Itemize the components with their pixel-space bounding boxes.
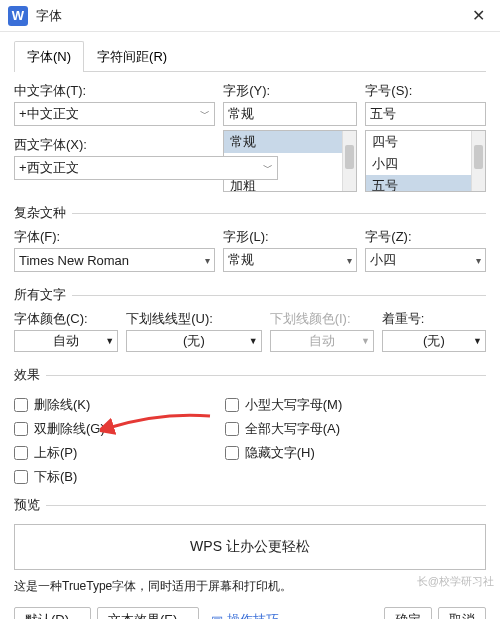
- ul-color-dropdown: 自动▼: [270, 330, 374, 352]
- size-value: 五号: [370, 105, 396, 123]
- emphasis-label: 着重号:: [382, 310, 486, 328]
- watermark: 长@校学研习社: [417, 574, 494, 589]
- color-dropdown[interactable]: 自动▼: [14, 330, 118, 352]
- tips-link[interactable]: ▣操作技巧: [205, 607, 285, 619]
- effects-group: 效果 删除线(K) 双删除线(G) 上标(P) 下标(B) 小型大写字母(M) …: [14, 366, 486, 486]
- en-font-value: +西文正文: [19, 159, 79, 177]
- hidden-checkbox[interactable]: 隐藏文字(H): [225, 444, 343, 462]
- ok-button[interactable]: 确定: [384, 607, 432, 619]
- list-item[interactable]: 五号: [366, 175, 471, 192]
- all-text-group: 所有文字 字体颜色(C): 自动▼ 下划线线型(U): (无)▼ 下划线颜色(I…: [14, 286, 486, 356]
- cn-font-label: 中文字体(T):: [14, 82, 215, 100]
- list-item[interactable]: 四号: [366, 131, 471, 153]
- button-bar: 默认(D)... 文本效果(E)... ▣操作技巧 确定 取消: [14, 607, 486, 619]
- effects-legend: 效果: [14, 366, 46, 384]
- tab-font[interactable]: 字体(N): [14, 41, 84, 72]
- chevron-down-icon: ﹀: [200, 107, 210, 121]
- font-description: 这是一种TrueType字体，同时适用于屏幕和打印机。: [14, 578, 486, 595]
- complex-font-value: Times New Roman: [19, 253, 129, 268]
- complex-size-select[interactable]: 小四 ▾: [365, 248, 486, 272]
- complex-group: 复杂文种 字体(F): Times New Roman ▾ 字形(L): 常规 …: [14, 204, 486, 276]
- emphasis-dropdown[interactable]: (无)▼: [382, 330, 486, 352]
- preview-box: WPS 让办公更轻松: [14, 524, 486, 570]
- close-button[interactable]: ✕: [464, 2, 492, 30]
- preview-group: 预览 WPS 让办公更轻松 这是一种TrueType字体，同时适用于屏幕和打印机…: [14, 496, 486, 595]
- title-bar: W 字体 ✕: [0, 0, 500, 32]
- chevron-down-icon: ▾: [347, 255, 352, 266]
- size-label: 字号(S):: [365, 82, 486, 100]
- underline-dropdown[interactable]: (无)▼: [126, 330, 261, 352]
- complex-size-value: 小四: [370, 251, 396, 269]
- complex-style-select[interactable]: 常规 ▾: [223, 248, 357, 272]
- size-listbox[interactable]: 四号 小四 五号: [365, 130, 486, 192]
- tab-spacing[interactable]: 字符间距(R): [84, 41, 180, 72]
- chevron-down-icon: ▾: [205, 255, 210, 266]
- superscript-checkbox[interactable]: 上标(P): [14, 444, 105, 462]
- text-effects-button[interactable]: 文本效果(E)...: [97, 607, 199, 619]
- chevron-down-icon: ▼: [249, 336, 258, 346]
- list-item[interactable]: 小四: [366, 153, 471, 175]
- dbl-strike-checkbox[interactable]: 双删除线(G): [14, 420, 105, 438]
- book-icon: ▣: [211, 613, 223, 620]
- underline-label: 下划线线型(U):: [126, 310, 261, 328]
- chevron-down-icon: ▼: [473, 336, 482, 346]
- scrollbar[interactable]: [342, 131, 356, 191]
- dialog-title: 字体: [36, 7, 464, 25]
- chevron-down-icon: ﹀: [263, 161, 273, 175]
- cn-font-value: +中文正文: [19, 105, 79, 123]
- small-caps-checkbox[interactable]: 小型大写字母(M): [225, 396, 343, 414]
- complex-style-label: 字形(L):: [223, 228, 357, 246]
- complex-font-select[interactable]: Times New Roman ▾: [14, 248, 215, 272]
- chevron-down-icon: ▼: [361, 336, 370, 346]
- chevron-down-icon: ▼: [105, 336, 114, 346]
- preview-legend: 预览: [14, 496, 46, 514]
- complex-size-label: 字号(Z):: [365, 228, 486, 246]
- color-label: 字体颜色(C):: [14, 310, 118, 328]
- preview-text: WPS 让办公更轻松: [190, 538, 310, 556]
- app-icon: W: [8, 6, 28, 26]
- cancel-button[interactable]: 取消: [438, 607, 486, 619]
- scrollbar[interactable]: [471, 131, 485, 191]
- style-label: 字形(Y):: [223, 82, 357, 100]
- strike-checkbox[interactable]: 删除线(K): [14, 396, 105, 414]
- dialog-body: 字体(N) 字符间距(R) 中文字体(T): +中文正文 ﹀ 字形(Y): 常规…: [0, 32, 500, 619]
- cn-font-select[interactable]: +中文正文 ﹀: [14, 102, 215, 126]
- complex-legend: 复杂文种: [14, 204, 72, 222]
- subscript-checkbox[interactable]: 下标(B): [14, 468, 105, 486]
- complex-style-value: 常规: [228, 251, 254, 269]
- style-value: 常规: [228, 105, 254, 123]
- ul-color-label: 下划线颜色(I):: [270, 310, 374, 328]
- complex-font-label: 字体(F):: [14, 228, 215, 246]
- chevron-down-icon: ▾: [476, 255, 481, 266]
- default-button[interactable]: 默认(D)...: [14, 607, 91, 619]
- all-caps-checkbox[interactable]: 全部大写字母(A): [225, 420, 343, 438]
- en-font-label: 西文字体(X):: [14, 136, 278, 154]
- size-input[interactable]: 五号: [365, 102, 486, 126]
- all-text-legend: 所有文字: [14, 286, 72, 304]
- style-input[interactable]: 常规: [223, 102, 357, 126]
- tab-strip: 字体(N) 字符间距(R): [14, 40, 486, 72]
- en-font-select[interactable]: +西文正文 ﹀: [14, 156, 278, 180]
